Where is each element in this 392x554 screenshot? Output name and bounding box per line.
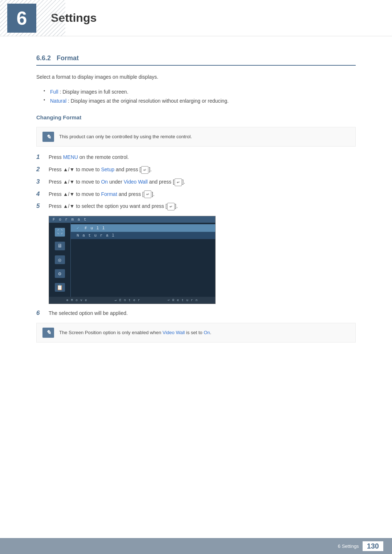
footer-page-number: 130 (363, 541, 383, 551)
step-2: 2 Press ▲/▼ to move to Setup and press [… (36, 165, 356, 174)
sidebar-icon-active: ⛶ (55, 228, 65, 237)
keyword-videowall: Video Wall (124, 179, 148, 185)
step-text-6: The selected option will be applied. (49, 309, 128, 318)
note-text-1: This product can only be controlled by u… (59, 132, 192, 141)
bullet-text-full: : Display images in full screen. (60, 89, 128, 95)
step-number-6: 6 (36, 309, 44, 317)
menu-option-full-text: F u l l (85, 226, 105, 230)
enter-key-icon: ↵ (141, 166, 148, 174)
keyword-on: On (101, 179, 108, 185)
note-box-1: ✎ This product can only be controlled by… (36, 127, 356, 147)
menu-footer: ⊕ M o v e ↵ E n t e r ↩ R e t u r n (49, 297, 215, 304)
menu-content-area: ✓ F u l l N a t u r a l (71, 223, 215, 297)
step-number-3: 3 (36, 178, 44, 185)
note-text-2: The Screen Position option is only enabl… (59, 328, 211, 337)
menu-option-natural: N a t u r a l (71, 232, 215, 239)
list-item: Full : Display images in full screen. (44, 87, 356, 97)
sidebar-icon-shape-3: ◎ (58, 257, 61, 263)
keyword-on-2: On (204, 330, 210, 335)
menu-sidebar: ⛶ 🖥 ◎ ⚙ (49, 223, 71, 297)
menu-footer-return: ↩ R e t u r n (168, 298, 198, 302)
bullet-list: Full : Display images in full screen. Na… (44, 87, 356, 106)
section-description: Select a format to display images on mul… (36, 73, 356, 82)
menu-footer-enter: ↵ E n t e r (115, 298, 140, 302)
keyword-setup: Setup (101, 167, 114, 172)
sidebar-icon-2: 🖥 (55, 242, 65, 250)
enter-key-icon-4: ↵ (167, 203, 175, 210)
menu-option-natural-text: N a t u r a l (77, 233, 115, 238)
menu-check-full: ✓ (77, 226, 79, 230)
step-6: 6 The selected option will be applied. (36, 309, 356, 318)
menu-header-text: F o r m a t (53, 217, 87, 222)
menu-sidebar-item-3: ◎ (52, 253, 68, 266)
enter-key-icon-3: ↵ (144, 190, 151, 198)
page-footer: 6 Settings 130 (0, 538, 392, 554)
menu-sidebar-item-4: ⚙ (52, 267, 68, 280)
step-3: 3 Press ▲/▼ to move to On under Video Wa… (36, 178, 356, 186)
page-header: 6 Settings (0, 0, 392, 36)
enter-key-icon-2: ↵ (175, 178, 182, 186)
list-item: Natural : Display images at the original… (44, 97, 356, 106)
menu-screenshot: F o r m a t ⛶ 🖥 ◎ (49, 216, 216, 304)
note-icon-2: ✎ (42, 328, 54, 338)
keyword-format: Format (101, 191, 117, 197)
step-number-4: 4 (36, 190, 44, 198)
section-number: 6.6.2 (36, 54, 51, 62)
chapter-number-box: 6 (7, 4, 36, 33)
keyword-menu: MENU (63, 154, 78, 160)
bullet-text-natural: : Display images at the original resolut… (68, 98, 229, 104)
main-content: 6.6.2 Format Select a format to display … (0, 36, 392, 371)
menu-empty-space (71, 239, 215, 268)
step-text-1: Press MENU on the remote control. (49, 153, 129, 162)
step-text-4: Press ▲/▼ to move to Format and press [↵… (49, 190, 155, 199)
step-text-3: Press ▲/▼ to move to On under Video Wall… (49, 178, 185, 186)
bullet-keyword-natural: Natural (50, 98, 66, 104)
bullet-keyword-full: Full (50, 89, 58, 95)
footer-label: 6 Settings (338, 543, 359, 549)
menu-sidebar-item-2: 🖥 (52, 239, 68, 253)
menu-header-bar: F o r m a t (49, 216, 215, 223)
sidebar-icon-shape-1: ⛶ (57, 229, 62, 235)
sidebar-icon-5: 📋 (55, 283, 65, 292)
sidebar-icon-shape-4: ⚙ (58, 271, 61, 277)
step-number-1: 1 (36, 153, 44, 161)
step-text-2: Press ▲/▼ to move to Setup and press [↵]… (49, 165, 152, 174)
section-title: Format (57, 54, 79, 62)
sidebar-icon-3: ◎ (55, 255, 65, 264)
step-text-5: Press ▲/▼ to select the option you want … (49, 202, 178, 211)
menu-sidebar-item-5: 📋 (52, 281, 68, 294)
step-1: 1 Press MENU on the remote control. (36, 153, 356, 162)
menu-sidebar-item-1: ⛶ (52, 226, 68, 239)
menu-footer-move: ⊕ M o v e (66, 298, 87, 302)
section-heading: 6.6.2 Format (36, 54, 356, 66)
sub-heading: Changing Format (36, 114, 356, 120)
chapter-number: 6 (17, 7, 27, 29)
step-number-2: 2 (36, 166, 44, 173)
sidebar-icon-shape-5: 📋 (57, 284, 63, 291)
note-box-2: ✎ The Screen Position option is only ena… (36, 323, 356, 342)
step-4: 4 Press ▲/▼ to move to Format and press … (36, 190, 356, 199)
step-number-5: 5 (36, 202, 44, 210)
keyword-videowall-2: Video Wall (163, 330, 185, 335)
note-icon-1: ✎ (42, 132, 54, 142)
menu-option-full: ✓ F u l l (71, 224, 215, 232)
sidebar-icon-4: ⚙ (55, 269, 65, 278)
menu-body: ⛶ 🖥 ◎ ⚙ (49, 223, 215, 297)
step-5: 5 Press ▲/▼ to select the option you wan… (36, 202, 356, 211)
sidebar-icon-shape-2: 🖥 (57, 243, 62, 249)
